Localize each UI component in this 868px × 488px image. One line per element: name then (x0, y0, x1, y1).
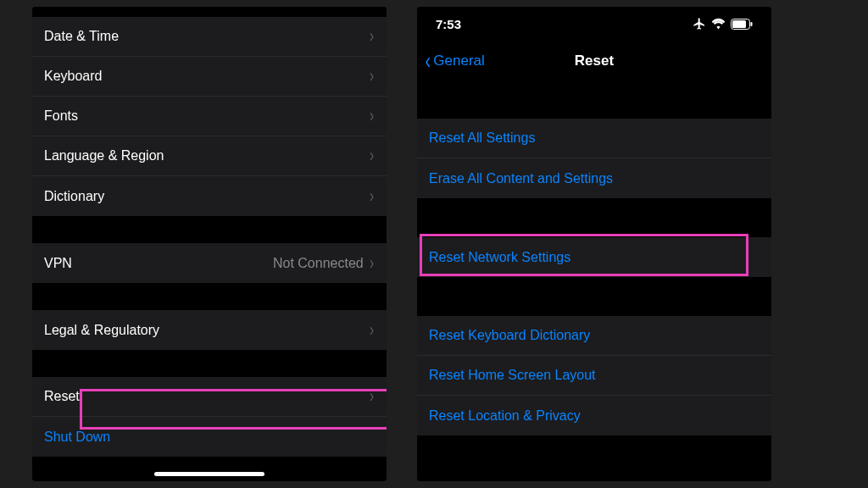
settings-group-legal: Legal & Regulatory › (32, 310, 387, 350)
row-date-time[interactable]: Date & Time › (32, 17, 387, 57)
row-label: Reset Network Settings (429, 250, 760, 265)
home-indicator[interactable] (154, 472, 264, 476)
back-button[interactable]: ‹ General (417, 49, 485, 73)
chevron-right-icon: › (370, 27, 374, 46)
row-label: Language & Region (44, 148, 369, 164)
row-value: Not Connected (273, 256, 364, 271)
row-dictionary[interactable]: Dictionary › (32, 176, 387, 216)
nav-bar: ‹ General Reset (417, 41, 771, 81)
chevron-right-icon: › (370, 187, 374, 206)
airplane-mode-icon (693, 17, 706, 30)
row-language-region[interactable]: Language & Region › (32, 136, 387, 176)
row-vpn[interactable]: VPN Not Connected › (32, 243, 387, 283)
row-reset-home-screen-layout[interactable]: Reset Home Screen Layout (417, 356, 771, 396)
row-label: Keyboard (44, 69, 369, 84)
battery-icon (731, 19, 753, 30)
chevron-right-icon: › (370, 387, 374, 406)
row-label: Reset All Settings (429, 130, 760, 146)
row-label: Fonts (44, 108, 369, 124)
phone-general-settings: Date & Time › Keyboard › Fonts › Languag… (32, 7, 387, 481)
row-label: Reset Location & Privacy (429, 408, 760, 424)
row-erase-all-content[interactable]: Erase All Content and Settings (417, 158, 771, 198)
chevron-right-icon: › (370, 147, 374, 165)
row-label: Legal & Regulatory (44, 323, 369, 338)
chevron-left-icon: ‹ (425, 49, 431, 73)
reset-group-3: Reset Keyboard Dictionary Reset Home Scr… (417, 316, 771, 435)
reset-group-1: Reset All Settings Erase All Content and… (417, 119, 771, 198)
row-label: Date & Time (44, 29, 369, 44)
row-reset-keyboard-dictionary[interactable]: Reset Keyboard Dictionary (417, 316, 771, 356)
svg-rect-1 (732, 20, 746, 28)
row-fonts[interactable]: Fonts › (32, 97, 387, 136)
row-label: Erase All Content and Settings (429, 171, 760, 186)
status-icons (693, 17, 753, 30)
chevron-right-icon: › (370, 67, 374, 86)
row-keyboard[interactable]: Keyboard › (32, 57, 387, 97)
phone-reset-screen: 7:53 ‹ General Reset (417, 7, 771, 481)
row-label: Reset Keyboard Dictionary (429, 328, 760, 343)
row-legal-regulatory[interactable]: Legal & Regulatory › (32, 310, 387, 350)
reset-group-network: Reset Network Settings (417, 237, 771, 277)
chevron-right-icon: › (370, 254, 374, 273)
status-time: 7:53 (436, 17, 461, 31)
row-label: Reset (44, 389, 369, 404)
row-reset-network-settings[interactable]: Reset Network Settings (417, 237, 771, 277)
row-label: Dictionary (44, 189, 369, 204)
wifi-icon (711, 18, 726, 30)
row-label: VPN (44, 256, 273, 271)
status-bar: 7:53 (417, 7, 771, 41)
back-label: General (433, 53, 484, 69)
settings-group-vpn: VPN Not Connected › (32, 243, 387, 283)
row-reset-location-privacy[interactable]: Reset Location & Privacy (417, 396, 771, 435)
row-reset[interactable]: Reset › (32, 377, 387, 417)
settings-group-general: Date & Time › Keyboard › Fonts › Languag… (32, 17, 387, 216)
row-label: Reset Home Screen Layout (429, 368, 760, 383)
svg-rect-2 (751, 22, 753, 26)
chevron-right-icon: › (370, 321, 374, 340)
settings-group-reset: Reset › Shut Down (32, 377, 387, 457)
chevron-right-icon: › (370, 107, 374, 125)
row-label: Shut Down (44, 430, 375, 445)
row-shut-down[interactable]: Shut Down (32, 417, 387, 457)
row-reset-all-settings[interactable]: Reset All Settings (417, 119, 771, 158)
